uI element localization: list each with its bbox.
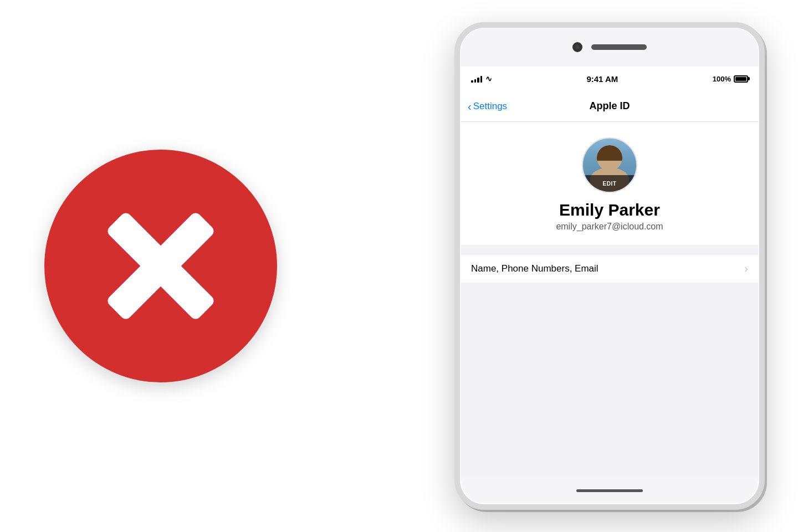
status-time: 9:41 AM (586, 74, 618, 84)
signal-bar-4 (480, 76, 483, 83)
list-section: Name, Phone Numbers, Email › (460, 254, 759, 283)
profile-section: EDIT Emily Parker emily_parker7@icloud.c… (460, 122, 759, 245)
phone-top-hardware (460, 28, 759, 66)
back-button[interactable]: ‹ Settings (468, 101, 507, 112)
home-indicator (576, 489, 643, 492)
avatar-edit-label: EDIT (603, 181, 617, 187)
list-item-name-phone-email[interactable]: Name, Phone Numbers, Email › (460, 254, 759, 283)
battery-fill (735, 77, 746, 81)
wifi-icon: ∿ (485, 74, 492, 83)
avatar-container[interactable]: EDIT (582, 137, 637, 193)
phone-bottom-bar (460, 477, 759, 504)
list-item-label: Name, Phone Numbers, Email (471, 263, 744, 274)
signal-bar-2 (474, 79, 477, 83)
x-mark-icon (103, 208, 219, 324)
nav-title: Apple ID (589, 100, 630, 112)
battery-percent-label: 100% (713, 75, 731, 83)
user-name: Emily Parker (559, 201, 660, 219)
error-circle (44, 150, 277, 382)
front-camera (572, 42, 582, 52)
phone-screen: ∿ 9:41 AM 100% ‹ Settings Apple ID (460, 66, 759, 477)
status-left: ∿ (471, 74, 492, 83)
signal-bar-1 (471, 80, 473, 83)
back-chevron-icon: ‹ (468, 101, 472, 112)
signal-icon (471, 75, 482, 83)
scene: ∿ 9:41 AM 100% ‹ Settings Apple ID (0, 0, 798, 532)
avatar-edit-overlay[interactable]: EDIT (583, 175, 636, 192)
battery-icon (734, 75, 748, 83)
back-button-label: Settings (473, 101, 507, 112)
phone-frame: ∿ 9:41 AM 100% ‹ Settings Apple ID (454, 22, 765, 510)
avatar-hair (597, 145, 622, 161)
signal-bar-3 (477, 78, 479, 83)
nav-bar: ‹ Settings Apple ID (460, 91, 759, 122)
status-right: 100% (713, 75, 748, 83)
status-bar: ∿ 9:41 AM 100% (460, 66, 759, 91)
earpiece-speaker (591, 44, 647, 50)
list-chevron-icon: › (744, 262, 748, 275)
user-email: emily_parker7@icloud.com (556, 222, 663, 232)
